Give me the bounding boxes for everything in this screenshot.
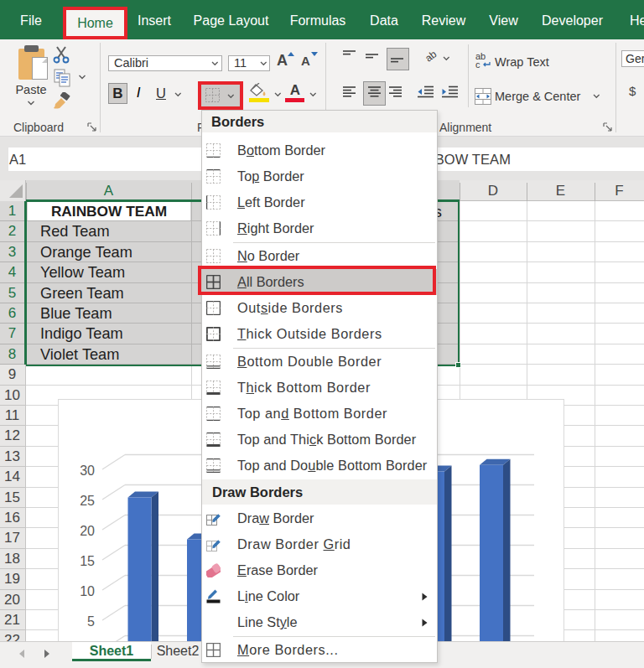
svg-text:30: 30	[80, 463, 95, 478]
svg-text:5: 5	[87, 614, 95, 629]
svg-text:10: 10	[80, 584, 95, 598]
svg-text:15: 15	[80, 554, 95, 568]
svg-text:25: 25	[80, 494, 95, 508]
svg-text:20: 20	[80, 524, 95, 538]
